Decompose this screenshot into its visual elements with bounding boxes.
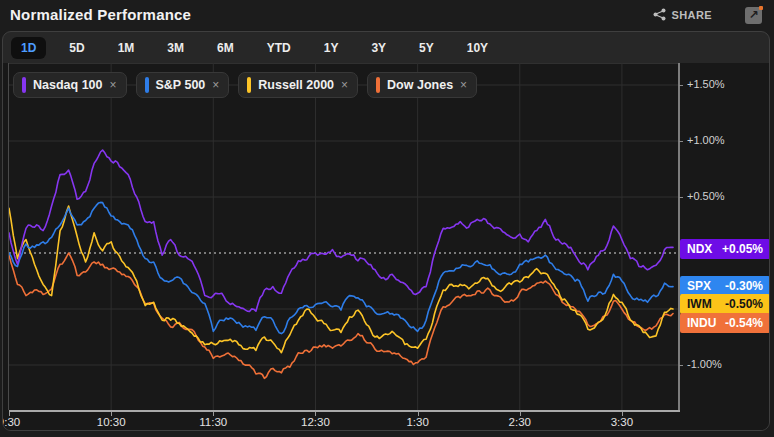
chart-plot[interactable] xyxy=(9,63,678,410)
y-axis-label: +1.50% xyxy=(687,78,725,90)
share-label: SHARE xyxy=(671,9,712,21)
tab-5d[interactable]: 5D xyxy=(59,37,94,59)
time-range-tab-bar: 1D5D1M3M6MYTD1Y3Y5Y10Y xyxy=(11,36,498,60)
tab-6m[interactable]: 6M xyxy=(207,37,244,59)
series-line-spx xyxy=(9,202,673,333)
popout-accent-dot xyxy=(759,6,763,10)
page-title: Normalized Performance xyxy=(10,6,191,23)
legend-label: Nasdaq 100 xyxy=(33,78,102,92)
tab-3y[interactable]: 3Y xyxy=(361,37,396,59)
x-axis-label: 1:30 xyxy=(388,416,448,428)
tab-1m[interactable]: 1M xyxy=(108,37,145,59)
plot-border-right xyxy=(678,63,680,412)
close-icon[interactable]: × xyxy=(460,78,467,92)
y-axis-tick xyxy=(679,365,683,366)
value-badge-spx: SPX-0.30% xyxy=(680,276,770,296)
share-button[interactable]: SHARE xyxy=(653,8,712,21)
badge-symbol: IWM xyxy=(687,297,712,311)
y-axis-tick xyxy=(679,85,683,86)
value-badge-ndx: NDX+0.05% xyxy=(680,239,770,259)
legend-color-bar xyxy=(376,77,380,93)
tab-1y[interactable]: 1Y xyxy=(314,37,349,59)
legend-label: S&P 500 xyxy=(156,78,206,92)
popout-button[interactable]: ↗ xyxy=(745,7,762,24)
widget-header: Normalized Performance SHARE ↗ xyxy=(0,0,774,31)
tab-ytd[interactable]: YTD xyxy=(257,37,301,59)
y-axis-label: +1.00% xyxy=(687,134,725,146)
legend-label: Dow Jones xyxy=(387,78,453,92)
badge-value: +0.05% xyxy=(722,242,763,256)
legend-chip-ndx[interactable]: Nasdaq 100× xyxy=(13,72,127,98)
x-axis-label: 12:30 xyxy=(285,416,345,428)
share-nodes-icon xyxy=(653,8,666,21)
y-axis-tick xyxy=(679,197,683,198)
legend-chip-iwm[interactable]: Russell 2000× xyxy=(238,72,358,98)
close-icon[interactable]: × xyxy=(341,78,348,92)
x-axis-line xyxy=(9,410,680,412)
y-axis-label: -1.00% xyxy=(687,358,722,370)
badge-symbol: NDX xyxy=(687,242,712,256)
badge-symbol: SPX xyxy=(687,279,711,293)
series-legend: Nasdaq 100×S&P 500×Russell 2000×Dow Jone… xyxy=(13,72,477,98)
x-axis-label: 11:30 xyxy=(183,416,243,428)
normalized-performance-widget: Normalized Performance SHARE ↗ 1D5D1M3M6… xyxy=(0,0,774,437)
x-axis-label: 9:30 xyxy=(2,416,39,428)
tab-3m[interactable]: 3M xyxy=(157,37,194,59)
y-axis-label: +0.50% xyxy=(687,190,725,202)
close-icon[interactable]: × xyxy=(212,78,219,92)
series-line-indu xyxy=(9,253,673,378)
badge-value: -0.50% xyxy=(725,297,763,311)
value-badge-indu: INDU-0.54% xyxy=(680,313,770,333)
legend-color-bar xyxy=(22,77,26,93)
x-axis-label: 10:30 xyxy=(81,416,141,428)
y-axis-tick xyxy=(679,141,683,142)
value-badge-iwm: IWM-0.50% xyxy=(680,294,770,314)
x-axis-label: 3:30 xyxy=(592,416,652,428)
legend-color-bar xyxy=(247,77,251,93)
legend-chip-spx[interactable]: S&P 500× xyxy=(136,72,230,98)
legend-chip-indu[interactable]: Dow Jones× xyxy=(367,72,477,98)
badge-value: -0.30% xyxy=(725,279,763,293)
tab-5y[interactable]: 5Y xyxy=(409,37,444,59)
arrow-up-right-icon: ↗ xyxy=(748,8,758,22)
legend-label: Russell 2000 xyxy=(258,78,334,92)
badge-value: -0.54% xyxy=(725,316,763,330)
legend-color-bar xyxy=(145,77,149,93)
tab-10y[interactable]: 10Y xyxy=(457,37,498,59)
badge-symbol: INDU xyxy=(687,316,716,330)
close-icon[interactable]: × xyxy=(109,78,116,92)
tab-1d[interactable]: 1D xyxy=(11,37,46,59)
chart-panel: 1D5D1M3M6MYTD1Y3Y5Y10Y 9:3010:3011:3012:… xyxy=(2,31,770,431)
series-line-ndx xyxy=(9,150,673,311)
x-axis-label: 2:30 xyxy=(490,416,550,428)
